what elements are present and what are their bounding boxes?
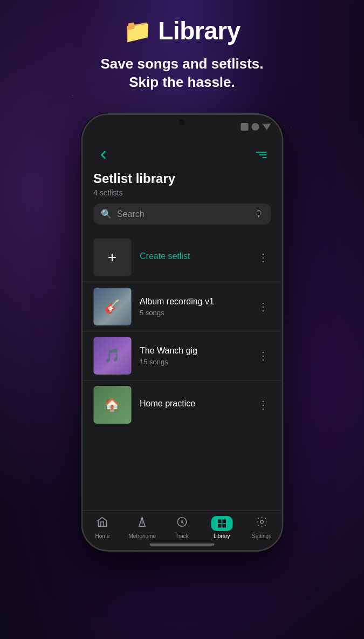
folder-icon: 📁 (123, 18, 152, 44)
nav-item-metronome[interactable]: Metronome (126, 516, 159, 539)
page-subtitle: Save songs and setlists. Skip the hassle… (0, 55, 364, 92)
wanch-sub: 15 songs (140, 358, 247, 366)
create-label: Create setlist (140, 251, 247, 261)
more-button[interactable]: ⋮ (256, 396, 271, 413)
list-item[interactable]: Album recording v1 5 songs ⋮ (83, 282, 281, 331)
settings-nav-icon (256, 516, 267, 531)
home-nav-icon (97, 516, 108, 531)
home-nav-label: Home (95, 533, 110, 539)
search-input[interactable]: Search (117, 209, 249, 219)
screen-title: Setlist library (93, 171, 271, 186)
track-nav-icon (176, 516, 188, 531)
nav-item-home[interactable]: Home (86, 516, 119, 539)
library-nav-label: Library (214, 533, 230, 539)
title-section: Setlist library 4 setlists (83, 169, 281, 203)
top-bar (83, 139, 281, 169)
page-header: 📁 Library Save songs and setlists. Skip … (0, 16, 364, 92)
back-button[interactable] (93, 145, 113, 165)
battery-icon (262, 124, 271, 130)
app-content: Setlist library 4 setlists 🔍 Search 🎙 + … (83, 139, 281, 550)
wanch-name: The Wanch gig (140, 346, 247, 356)
nav-item-settings[interactable]: Settings (245, 516, 278, 539)
wifi-icon (251, 123, 259, 131)
svg-point-1 (182, 521, 183, 522)
search-bar[interactable]: 🔍 Search 🎙 (93, 203, 271, 225)
library-active-bg (211, 516, 232, 531)
list-item[interactable]: Home practice ⋮ (83, 380, 281, 429)
svg-point-2 (260, 520, 263, 524)
more-button[interactable]: ⋮ (256, 298, 271, 315)
phone-shell: Setlist library 4 setlists 🔍 Search 🎙 + … (81, 113, 283, 552)
notch (179, 119, 186, 126)
filter-button[interactable] (251, 145, 271, 165)
wanch-thumbnail (93, 337, 131, 375)
metronome-nav-label: Metronome (128, 533, 156, 539)
album-thumbnail (93, 288, 131, 325)
home-indicator (150, 543, 215, 546)
home-thumbnail (93, 386, 131, 424)
setlist-count: 4 setlists (93, 188, 271, 197)
page-title: Library (158, 16, 240, 45)
list-item[interactable]: The Wanch gig 15 songs ⋮ (83, 331, 281, 380)
wanch-info: The Wanch gig 15 songs (140, 346, 247, 366)
home-name: Home practice (140, 399, 247, 409)
microphone-icon[interactable]: 🎙 (255, 209, 263, 219)
home-info: Home practice (140, 399, 247, 411)
status-bar (83, 115, 281, 139)
signal-icon (241, 123, 248, 131)
track-nav-label: Track (175, 533, 189, 539)
status-icons (241, 123, 271, 131)
metronome-nav-icon (136, 516, 148, 531)
create-info: Create setlist (140, 251, 247, 263)
more-button[interactable]: ⋮ (256, 347, 271, 364)
search-icon: 🔍 (101, 209, 112, 219)
album-info: Album recording v1 5 songs (140, 297, 247, 317)
create-thumbnail: + (93, 239, 131, 276)
filter-icon (256, 152, 266, 158)
page-title-row: 📁 Library (0, 16, 364, 45)
settings-nav-label: Settings (252, 533, 271, 539)
album-sub: 5 songs (140, 309, 247, 317)
album-name: Album recording v1 (140, 297, 247, 307)
nav-item-track[interactable]: Track (166, 516, 198, 539)
more-button[interactable]: ⋮ (256, 249, 271, 266)
nav-item-library[interactable]: Library (205, 516, 238, 539)
list-item[interactable]: + Create setlist ⋮ (83, 233, 281, 282)
setlist-list: + Create setlist ⋮ Album recording v1 5 … (83, 233, 281, 510)
